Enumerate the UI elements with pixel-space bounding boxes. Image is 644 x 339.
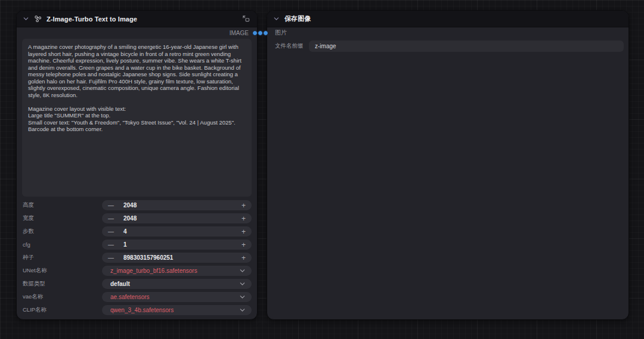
widget-value: 4 bbox=[123, 228, 127, 235]
widget-row: 步数 — 4 + bbox=[22, 226, 252, 237]
widget-value: 898303157960251 bbox=[123, 254, 173, 261]
output-slot-image[interactable]: IMAGE bbox=[17, 27, 257, 38]
decrement-button[interactable]: — bbox=[108, 216, 114, 222]
decrement-button[interactable]: — bbox=[108, 203, 114, 209]
increment-button[interactable]: + bbox=[242, 228, 246, 235]
widget-label: 宽度 bbox=[22, 214, 102, 222]
clip-name-combo[interactable]: qwen_3_4b.safetensors bbox=[102, 305, 252, 315]
widget-value: 2048 bbox=[123, 215, 137, 222]
seed-widget[interactable]: — 898303157960251 + bbox=[102, 253, 252, 263]
widget-row: CLIP名称 qwen_3_4b.safetensors bbox=[22, 305, 252, 315]
widget-label: 步数 bbox=[22, 228, 102, 235]
field-label: 文件名前缀 bbox=[275, 42, 309, 50]
node-canvas[interactable]: Z-Image-Turbo Text to Image IMAGE A maga… bbox=[0, 0, 644, 339]
steps-widget[interactable]: — 4 + bbox=[102, 226, 252, 237]
decrement-button[interactable]: — bbox=[108, 242, 114, 248]
widget-label: 数据类型 bbox=[22, 280, 102, 288]
widget-label: 高度 bbox=[22, 201, 102, 209]
widget-label: cfg bbox=[22, 241, 102, 248]
field-row: 文件名前缀 z-image bbox=[275, 41, 624, 52]
widget-label: UNet名称 bbox=[22, 267, 102, 275]
convert-to-subgraph-icon[interactable] bbox=[242, 15, 250, 23]
chevron-down-icon bbox=[239, 294, 246, 300]
decrement-button[interactable]: — bbox=[108, 255, 114, 261]
increment-button[interactable]: + bbox=[242, 241, 246, 248]
output-slot-label: IMAGE bbox=[230, 30, 249, 36]
link-midpoint-dot[interactable] bbox=[258, 30, 263, 36]
prompt-textarea[interactable]: A magazine cover photography of a smilin… bbox=[22, 39, 252, 197]
widget-value: 1 bbox=[123, 241, 127, 248]
node-header-right[interactable]: 保存图像 bbox=[267, 11, 628, 27]
increment-button[interactable]: + bbox=[242, 202, 246, 209]
combo-value: z_image_turbo_bf16.safetensors bbox=[110, 268, 197, 274]
output-port-dot[interactable] bbox=[252, 30, 258, 36]
combo-value: ae.safetensors bbox=[110, 294, 150, 300]
chevron-down-icon bbox=[239, 281, 246, 287]
width-widget[interactable]: — 2048 + bbox=[102, 213, 252, 223]
input-slot-label: 图片 bbox=[275, 29, 287, 37]
node-title: Z-Image-Turbo Text to Image bbox=[47, 15, 137, 23]
filename-prefix-input[interactable]: z-image bbox=[309, 41, 624, 52]
widget-row: vae名称 ae.safetensors bbox=[22, 292, 252, 302]
node-type-icon bbox=[34, 15, 42, 23]
node-header-left[interactable]: Z-Image-Turbo Text to Image bbox=[17, 11, 257, 27]
widget-value: 2048 bbox=[123, 202, 137, 209]
input-port-dot[interactable] bbox=[263, 30, 268, 36]
collapse-chevron-icon[interactable] bbox=[273, 15, 280, 22]
chevron-down-icon bbox=[239, 268, 246, 274]
widget-label: vae名称 bbox=[22, 293, 102, 301]
combo-value: qwen_3_4b.safetensors bbox=[110, 307, 174, 313]
weight-dtype-combo[interactable]: default bbox=[102, 279, 252, 289]
node-title: 保存图像 bbox=[284, 14, 311, 23]
widget-row: cfg — 1 + bbox=[22, 240, 252, 250]
node-save-image[interactable]: 保存图像 图片 文件名前缀 z-image bbox=[267, 10, 629, 320]
vae-name-combo[interactable]: ae.safetensors bbox=[102, 292, 252, 302]
height-widget[interactable]: — 2048 + bbox=[102, 200, 252, 210]
combo-value: default bbox=[110, 281, 130, 287]
widget-label: 种子 bbox=[22, 254, 102, 262]
decrement-button[interactable]: — bbox=[108, 229, 114, 235]
chevron-down-icon bbox=[239, 307, 246, 313]
increment-button[interactable]: + bbox=[242, 254, 246, 262]
increment-button[interactable]: + bbox=[242, 215, 246, 222]
collapse-chevron-icon[interactable] bbox=[23, 15, 29, 22]
widget-label: CLIP名称 bbox=[22, 306, 102, 314]
unet-name-combo[interactable]: z_image_turbo_bf16.safetensors bbox=[102, 266, 252, 276]
widget-row: UNet名称 z_image_turbo_bf16.safetensors bbox=[22, 266, 252, 276]
cfg-widget[interactable]: — 1 + bbox=[102, 240, 252, 250]
input-slot-image[interactable]: 图片 bbox=[267, 27, 628, 38]
filename-prefix-value: z-image bbox=[315, 43, 336, 49]
widget-row: 种子 — 898303157960251 + bbox=[22, 253, 252, 263]
widget-row: 数据类型 default bbox=[22, 279, 252, 289]
widget-row: 宽度 — 2048 + bbox=[22, 213, 252, 223]
node-z-image-turbo[interactable]: Z-Image-Turbo Text to Image IMAGE A maga… bbox=[16, 10, 258, 320]
widget-row: 高度 — 2048 + bbox=[22, 200, 252, 210]
